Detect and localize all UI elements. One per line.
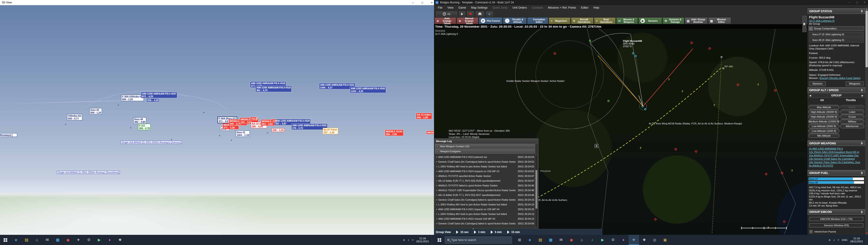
message-row[interactable]: + AA-12 Adder B [R-77-1, RVV-SD] #528 sp… — [435, 178, 535, 183]
expand-icon[interactable]: + — [435, 198, 438, 201]
altitude-button[interactable]: Low Altitude (2000 ft) — [809, 124, 839, 128]
unit-data-label[interactable]: AIM-120D AMRAAM P3I.4 #525 276 - 3,75 — [291, 124, 328, 130]
mission-link[interactable]: (Escort) Olonets strike (Land Strike) — [819, 77, 861, 80]
maximize-button[interactable]: □ — [856, 1, 858, 4]
scope-prev-arrow[interactable]: ◀ — [808, 94, 812, 97]
tray-icon[interactable]: ♪ — [833, 238, 835, 242]
minimize-button[interactable]: – — [412, 1, 414, 4]
expand-icon[interactable]: + — [435, 184, 438, 187]
expand-icon[interactable]: + — [435, 208, 438, 211]
time-step-button[interactable]: 15 min — [504, 231, 520, 234]
taskbar-app-icon[interactable]: ◉ — [63, 235, 73, 245]
toolbar-button[interactable]: ➤ Plot Course — [479, 18, 502, 24]
weapon-link[interactable]: 24x Generic Chaff Salvo [5x Cartridges] — [809, 157, 864, 160]
search-input[interactable]: Type here to search — [445, 236, 512, 244]
toolbar-button[interactable]: ▤ Unit / Group Doctrine — [685, 18, 708, 24]
taskbar-clock[interactable]: 21:39 28/11/2021 — [416, 237, 429, 243]
group-member-row[interactable]: Ilves #8 (F-35A Lightning II) — [809, 37, 864, 42]
message-row[interactable]: + AA-12 Adder B [R-77-1, RVV-SD] #527 sp… — [435, 192, 535, 197]
run-button[interactable] — [459, 11, 466, 17]
toolbar-button[interactable]: ⚙ Systems & Damage — [662, 18, 684, 24]
unit-data-label[interactable]: Ilves #1 1164 ↓ 1,18 — [236, 130, 250, 137]
taskbar-app-icon[interactable]: ✉ — [556, 235, 566, 245]
menu-item[interactable]: Help — [591, 5, 602, 10]
taskbar-app-icon[interactable]: ✈ — [73, 235, 84, 245]
taskbar-app-icon[interactable]: ▣ — [660, 235, 670, 245]
message-row[interactable]: + AIM-120D AMRAAM P3I.4 #522 missed 159 … — [435, 216, 535, 221]
toolbar-button[interactable]: ⊕ Auto Engage Target — [434, 18, 456, 24]
altitude-button[interactable]: Low Altitude (1000 ft) — [809, 129, 839, 133]
weapon-link[interactable]: 8x AN/ALE-70 FOTD — [809, 164, 864, 167]
unit-data-label[interactable]: AA-12 Adder 445 ↑ 1,90 — [416, 113, 432, 119]
group-status-panel-header[interactable]: GROUP STATUS ≪ — [808, 8, 865, 14]
message-row[interactable]: + AIM-120D AMRAAM P3I.4 #521 impacts on … — [435, 207, 535, 212]
expand-icon[interactable]: + — [435, 160, 438, 163]
toolbar-button[interactable]: ⊕ Manual Engage Target — [457, 18, 478, 24]
expand-icon[interactable]: + — [435, 189, 438, 192]
toolbar-button[interactable]: /// Mounts & Weapons — [616, 18, 638, 24]
message-row[interactable]: + L-265V Khibiny-MV tried to jam Active … — [435, 164, 535, 169]
unit-data-label[interactable]: Villisika #21 500 - 0,77 — [67, 114, 82, 120]
airfield-label[interactable]: Single-Unit Airfield (1x 2001-2600m Runw… — [57, 171, 120, 174]
taskbar-app-icon[interactable]: ▶ — [94, 235, 104, 245]
command-titlebar[interactable]: ✦ Bridges Burning - Template - Command v… — [434, 0, 868, 5]
weapon-link[interactable]: 4x AIM-120D AMRAAM P3I.4 — [809, 147, 864, 150]
unit-data-label[interactable]: #1137 — [250, 117, 257, 121]
unit-data-label[interactable]: 246 ↑ 1,25 — [272, 128, 285, 132]
toolbar-button[interactable]: ∴ Formation Editor — [527, 18, 548, 24]
scroll-up-arrow[interactable] — [866, 8, 868, 10]
taskbar-app-icon[interactable]: ❖ — [115, 235, 125, 245]
scroll-down-arrow[interactable] — [866, 233, 868, 234]
tray-icon[interactable]: ≈ — [412, 238, 413, 242]
altitude-button[interactable]: Medium Altitude (12000 ft) — [809, 119, 839, 124]
dropdown-arrow-icon[interactable]: ▾ — [436, 145, 439, 148]
sensors-button[interactable]: Sensors — [809, 82, 826, 86]
weapons-button[interactable]: Weapons — [846, 82, 864, 86]
message-log-scrollbar[interactable] — [535, 154, 538, 228]
collapse-chevron-icon[interactable]: ≪ — [861, 172, 864, 175]
altitude-button[interactable]: High Altitude (25000 ft) — [809, 115, 839, 119]
unit-data-label[interactable]: AIM-120D AMRAAM P3I.4 #518 382 ↓ 4,70 — [255, 86, 291, 92]
toolbar-button[interactable]: ≡ Magazines — [549, 18, 570, 24]
close-button[interactable]: × — [864, 1, 865, 4]
taskbar-app-icon[interactable]: ⌂ — [32, 235, 42, 245]
message-row[interactable]: + AN/ALE-70(V)/T-1687 Expendable Decoy s… — [435, 188, 535, 192]
message-row[interactable]: + L-265V Khibiny-MV tried to jam Active … — [435, 212, 535, 216]
taskbar-clock[interactable]: 21:39 28/11/2021 — [850, 237, 863, 243]
time-step-button[interactable]: 5 min — [488, 231, 502, 234]
weapon-link[interactable]: 16x Generic Flare Salvo [3x Cartridges, … — [809, 161, 864, 163]
expand-icon[interactable]: + — [435, 217, 438, 220]
collapse-chevron-icon[interactable]: ≪ — [861, 142, 864, 145]
taskbar-app-icon[interactable]: ⌂ — [577, 235, 587, 245]
expand-icon[interactable]: + — [435, 170, 438, 173]
record-button[interactable] — [467, 11, 474, 17]
sidebar-scrollbar[interactable] — [865, 7, 868, 235]
message-row[interactable]: + Generic Chaff Salvo [4x Cartridges] fa… — [435, 197, 535, 202]
taskbar-app-icon[interactable]: ♪ — [587, 235, 597, 245]
message-log-filter[interactable]: ▾ New Weapon Contact (15) — [435, 144, 535, 149]
toolbar-button[interactable]: ◔ Throttle & Altitude — [503, 18, 527, 24]
expand-icon[interactable]: + — [435, 213, 438, 215]
throttle-button[interactable]: Hover — [840, 105, 864, 109]
airfield-label[interactable]: Single-Unit Airfield (2x 2001-2600m Runw… — [121, 141, 182, 144]
taskbar-app-icon[interactable]: ▤ — [535, 235, 546, 245]
sidebar-collapse-tab[interactable] — [802, 16, 807, 32]
collapse-chevron-icon[interactable]: ≪ — [861, 89, 864, 92]
taskbar-app-icon[interactable]: e — [11, 235, 21, 245]
menu-item[interactable]: Missions + Ref. Points — [546, 5, 579, 10]
unit-data-label[interactable]: 139 — [272, 119, 276, 123]
start-button[interactable] — [434, 235, 445, 245]
message-log-filter[interactable]: ▾ Weapon Endgame — [435, 149, 535, 154]
taskbar-app-icon[interactable]: ♦ — [104, 235, 115, 245]
message-row[interactable]: + L-265V Khibiny-MV tried to jam Active … — [435, 202, 535, 207]
group-emcon-panel-header[interactable]: GROUP EMCON ≪ — [808, 209, 865, 215]
message-row[interactable]: + Generic Chaff Salvo [4x Cartridges] fa… — [435, 221, 535, 226]
3d-view-titlebar[interactable]: 3D View – □ × — [0, 0, 434, 5]
altitude-button[interactable]: Min Altitude — [809, 133, 839, 138]
taskbar-app-icon[interactable]: ✉ — [42, 235, 53, 245]
message-row[interactable]: + Generic Chaff Salvo [4x Cartridges] fa… — [435, 159, 535, 164]
throttle-button[interactable]: Loiter — [840, 110, 864, 114]
scrollbar-thumb[interactable] — [535, 170, 537, 209]
taskbar-app-icon[interactable]: ▦ — [546, 235, 556, 245]
unit-data-label[interactable]: Runways) [ — [0, 133, 17, 137]
